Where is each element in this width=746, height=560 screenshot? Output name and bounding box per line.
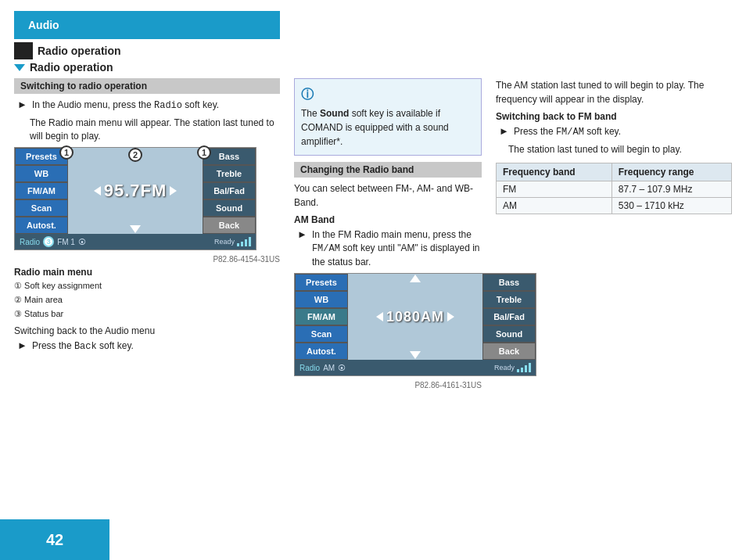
radio-panel-1-wrapper: Presets 1 WB FM/AM Scan Autost. 2 bbox=[14, 147, 280, 264]
btn-balfad-1[interactable]: Bal/Fad bbox=[203, 182, 256, 199]
mid-column: ⓘ The Sound soft key is available if COM… bbox=[294, 78, 482, 389]
right-bullet-arrow: ► bbox=[499, 125, 509, 137]
btn-autost-2[interactable]: Autost. bbox=[295, 343, 348, 360]
bullet-text-1: In the Audio menu, press the Radio soft … bbox=[32, 99, 219, 113]
am-band-head: AM Band bbox=[294, 214, 482, 225]
switching-back-label: Switching back to the Audio menu bbox=[14, 325, 280, 336]
btn-treble-2[interactable]: Treble bbox=[482, 291, 536, 308]
bullet-2: ► Press the Back soft key. bbox=[14, 339, 280, 354]
btn-sound-1[interactable]: Sound bbox=[203, 199, 256, 217]
btn-treble-1[interactable]: Treble bbox=[203, 165, 256, 182]
menu-label: Radio main menu bbox=[14, 267, 280, 278]
h2-label: Radio operation bbox=[30, 61, 113, 74]
content-area: Switching to radio operation ► In the Au… bbox=[0, 78, 746, 389]
left-btns-2: Presets WB FM/AM Scan Autost. bbox=[295, 274, 348, 360]
radio-panel-2-wrapper: Presets WB FM/AM Scan Autost. 1080AM bbox=[294, 273, 482, 389]
signal-area: Ready bbox=[214, 237, 251, 246]
signal-area-2: Ready bbox=[494, 363, 531, 372]
btn-back-2[interactable]: Back bbox=[482, 343, 536, 360]
table-row-am: AM 530 – 1710 kHz bbox=[497, 197, 732, 214]
radio-status-label-1: Radio 3 FM 1 ⦿ bbox=[20, 236, 86, 247]
frequency-table: Frequency band Frequency range FM 87.7 –… bbox=[496, 163, 732, 214]
para-1: The Radio main menu will appear. The sta… bbox=[30, 117, 274, 142]
info-box: ⓘ The Sound soft key is available if COM… bbox=[294, 78, 482, 156]
arrow-right-1 bbox=[170, 186, 177, 196]
btn-wb-2[interactable]: WB bbox=[295, 291, 348, 308]
btn-scan-2[interactable]: Scan bbox=[295, 325, 348, 343]
radio-panel-inner-1: Presets 1 WB FM/AM Scan Autost. 2 bbox=[15, 148, 256, 234]
mono-radio: Radio bbox=[154, 100, 182, 111]
signal-bars bbox=[237, 237, 251, 246]
table-header-band: Frequency band bbox=[497, 163, 612, 181]
right-para-2: The station last tuned to will begin to … bbox=[508, 144, 682, 155]
overlay-num-3: 3 bbox=[43, 236, 54, 247]
section-h2: Radio operation bbox=[14, 61, 746, 74]
right-bullet-1: ► Press the FM/AM soft key. bbox=[496, 125, 732, 139]
btn-presets-2[interactable]: Presets bbox=[295, 274, 348, 291]
menu-item-2: ② Main area bbox=[14, 293, 280, 307]
right-mono-fmam: FM/AM bbox=[556, 127, 584, 138]
subsec-header-left: Switching to radio operation bbox=[14, 78, 280, 94]
btn-wb-1[interactable]: WB bbox=[15, 165, 68, 182]
header-bar: Audio bbox=[14, 11, 280, 39]
menu-item-1: ① Soft key assignment bbox=[14, 279, 280, 293]
btn-balfad-2[interactable]: Bal/Fad bbox=[482, 308, 536, 325]
bullet-arrow-2: ► bbox=[17, 339, 27, 351]
info-icon: ⓘ bbox=[301, 85, 475, 104]
menu-item-3: ③ Status bar bbox=[14, 307, 280, 321]
table-cell-am-range: 530 – 1710 kHz bbox=[612, 197, 731, 214]
radio-center-2: 1080AM bbox=[348, 274, 482, 360]
btn-fmam-2[interactable]: FM/AM bbox=[295, 308, 348, 325]
btn-autost-1[interactable]: Autost. bbox=[15, 217, 68, 234]
table-row-fm: FM 87.7 – 107.9 MHz bbox=[497, 181, 732, 197]
radio-panel-2: Presets WB FM/AM Scan Autost. 1080AM bbox=[294, 273, 536, 376]
caption-1: P82.86-4154-31US bbox=[14, 255, 280, 264]
h1-label: Radio operation bbox=[38, 45, 121, 57]
signal-bars-2 bbox=[517, 363, 531, 372]
arrow-left-1 bbox=[94, 186, 101, 196]
overlay-num-2: 2 bbox=[128, 148, 142, 162]
radio-center-1: 2 95.7FM bbox=[68, 148, 203, 234]
caption-2: P82.86-4161-31US bbox=[294, 381, 482, 389]
triangle-icon bbox=[14, 64, 25, 71]
bullet-arrow-1: ► bbox=[17, 99, 27, 110]
radio-panel-inner-2: Presets WB FM/AM Scan Autost. 1080AM bbox=[295, 274, 536, 360]
radio-status-2: Radio AM ⦿ Ready bbox=[295, 360, 536, 375]
radio-panel-1: Presets 1 WB FM/AM Scan Autost. 2 bbox=[14, 147, 256, 250]
btn-bass-1[interactable]: Bass 1 bbox=[203, 148, 256, 165]
btn-sound-2[interactable]: Sound bbox=[482, 325, 536, 343]
table-cell-fm-range: 87.7 – 107.9 MHz bbox=[612, 181, 731, 197]
mono-fmam: FM/AM bbox=[312, 243, 340, 254]
right-btns-2: Bass Treble Bal/Fad Sound Back bbox=[482, 274, 536, 360]
right-btns-1: Bass 1 Treble Bal/Fad Sound Back bbox=[203, 148, 256, 234]
arrow-left-2 bbox=[376, 312, 383, 321]
section-h1: Radio operation bbox=[14, 42, 746, 59]
right-para-1: The AM station last tuned to will begin … bbox=[496, 78, 732, 106]
mono-back: Back bbox=[74, 341, 97, 352]
subsec-header-mid: Changing the Radio band bbox=[294, 162, 482, 178]
radio-freq-1: 95.7FM bbox=[104, 181, 167, 201]
table-cell-fm-band: FM bbox=[497, 181, 612, 197]
btn-back-1[interactable]: Back bbox=[203, 217, 256, 234]
btn-presets-1[interactable]: Presets 1 bbox=[15, 148, 68, 165]
mid-para-1: You can select between FM-, AM- and WB-B… bbox=[294, 181, 482, 210]
radio-status-1: Radio 3 FM 1 ⦿ Ready bbox=[15, 234, 256, 249]
arrow-down-2 bbox=[410, 351, 421, 359]
bullet-text-2: Press the Back soft key. bbox=[32, 339, 134, 354]
btn-bass-2[interactable]: Bass bbox=[482, 274, 536, 291]
btn-scan-1[interactable]: Scan bbox=[15, 199, 68, 217]
btn-fmam-1[interactable]: FM/AM bbox=[15, 182, 68, 199]
left-btns-1: Presets 1 WB FM/AM Scan Autost. bbox=[15, 148, 68, 234]
page-footer: 42 bbox=[0, 519, 109, 560]
bullet-1: ► In the Audio menu, press the Radio sof… bbox=[14, 99, 280, 113]
radio-status-label-2: Radio AM ⦿ bbox=[299, 364, 346, 372]
arrow-up-2 bbox=[410, 275, 421, 282]
mid-bullet-1: ► In the FM Radio main menu, press the F… bbox=[294, 228, 482, 268]
left-column: Switching to radio operation ► In the Au… bbox=[14, 78, 280, 389]
arrow-down-1 bbox=[130, 225, 141, 233]
overlay-num-1b: 1 bbox=[197, 145, 211, 160]
mid-bullet-arrow: ► bbox=[297, 228, 307, 240]
h1-bar bbox=[14, 42, 33, 59]
right-bold-1: Switching back to FM band bbox=[496, 111, 732, 122]
right-bullet-text: Press the FM/AM soft key. bbox=[514, 125, 621, 139]
